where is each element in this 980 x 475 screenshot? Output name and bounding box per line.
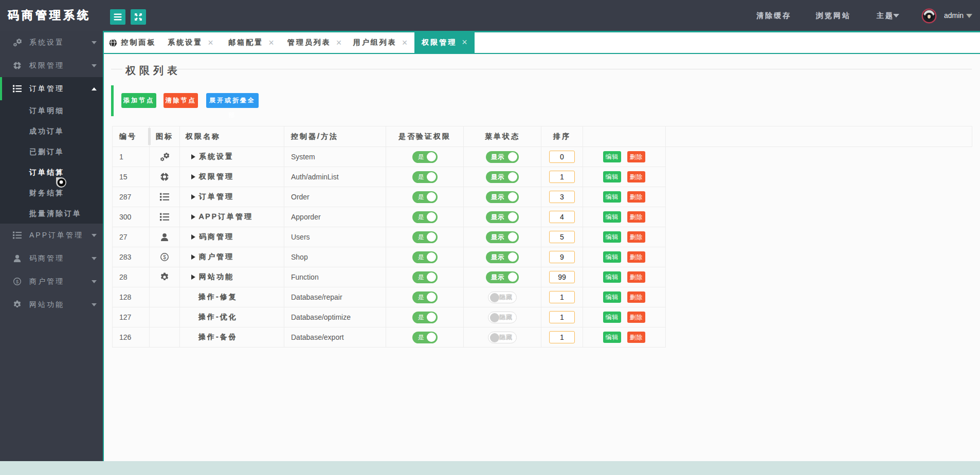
svg-text:$: $ xyxy=(163,254,166,260)
svg-text:$: $ xyxy=(16,279,19,284)
